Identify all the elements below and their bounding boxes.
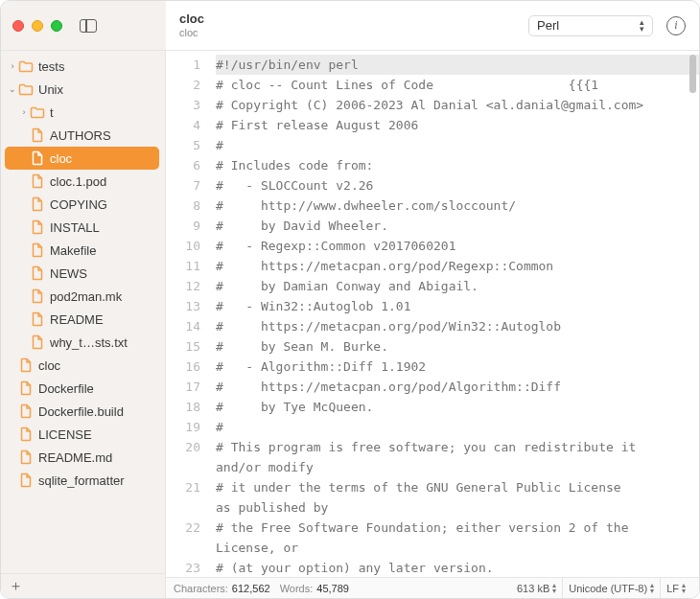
chevron-updown-icon: ▴▾ <box>650 583 654 594</box>
tree-file[interactable]: README.md <box>5 446 159 469</box>
tree-folder[interactable]: ›tests <box>5 55 159 78</box>
toggle-sidebar-icon[interactable] <box>80 19 97 33</box>
file-icon <box>18 403 34 419</box>
titlebar-left <box>1 1 166 50</box>
line-gutter: 1234567891011121314151617181920202121222… <box>166 51 210 577</box>
code-line: # - Win32::Autoglob 1.01 <box>216 296 699 316</box>
line-number: 4 <box>166 115 200 135</box>
tree-folder[interactable]: ⌄Unix <box>5 78 159 101</box>
line-number: 13 <box>166 296 200 316</box>
line-number: 10 <box>166 236 200 256</box>
line-number: 18 <box>166 397 200 417</box>
traffic-lights <box>12 20 62 32</box>
chevron-updown-icon: ▴▾ <box>682 583 686 594</box>
characters-value: 612,562 <box>232 583 270 594</box>
line-number: 2 <box>166 75 200 95</box>
expander-icon[interactable]: ⌄ <box>7 84 18 94</box>
line-number: 23 <box>166 558 200 577</box>
filesize-item[interactable]: 613 kB ▴▾ <box>511 578 562 598</box>
code-line: # by Tye McQueen. <box>216 397 699 417</box>
minimize-button[interactable] <box>32 20 43 32</box>
tree-item-label: cloc.1.pod <box>50 174 106 189</box>
close-button[interactable] <box>12 20 24 32</box>
line-number: 17 <box>166 377 200 397</box>
tree-item-label: Dockerfile.build <box>38 404 124 419</box>
file-icon <box>30 173 45 189</box>
tree-file[interactable]: Makefile <box>5 239 159 262</box>
filesize-value: 613 kB <box>517 583 549 594</box>
editor[interactable]: 1234567891011121314151617181920202121222… <box>166 51 699 577</box>
code-line: # by David Wheeler. <box>216 216 699 236</box>
tree-file[interactable]: pod2man.mk <box>5 285 159 308</box>
file-icon <box>30 242 45 258</box>
add-icon[interactable]: ＋ <box>9 577 23 595</box>
language-select[interactable]: Perl ▴▾ <box>528 15 653 36</box>
line-ending-item[interactable]: LF ▴▾ <box>660 578 691 598</box>
tree-file[interactable]: INSTALL <box>5 216 159 239</box>
code-line: # by Sean M. Burke. <box>216 336 699 357</box>
tree-item-label: t <box>50 105 54 120</box>
line-number: 3 <box>166 95 200 115</box>
tree-file[interactable]: COPYING <box>5 193 159 216</box>
tree-file[interactable]: NEWS <box>5 262 159 285</box>
tree-file[interactable]: AUTHORS <box>5 124 159 147</box>
code-line: # <box>216 135 699 155</box>
chevron-updown-icon: ▴▾ <box>640 19 644 33</box>
code-line: # <box>216 417 699 437</box>
file-icon <box>30 150 45 166</box>
tree-file[interactable]: cloc <box>5 147 159 170</box>
file-icon <box>18 357 34 373</box>
file-icon <box>18 472 34 488</box>
file-icon <box>18 380 34 396</box>
app-window: cloc cloc Perl ▴▾ i ›tests⌄Unix›tAUTHORS… <box>0 0 700 599</box>
code-line: # https://metacpan.org/pod/Regexp::Commo… <box>216 256 699 276</box>
code-line: # - Regexp::Common v2017060201 <box>216 236 699 256</box>
tree-item-label: why_t…sts.txt <box>50 335 128 350</box>
file-icon <box>30 288 45 304</box>
document-title: cloc <box>179 12 528 27</box>
titlebar: cloc cloc Perl ▴▾ i <box>1 1 699 51</box>
tree-item-label: README.md <box>38 450 112 465</box>
code-line: # by Damian Conway and Abigail. <box>216 276 699 296</box>
line-number: 11 <box>166 256 200 276</box>
tree-file[interactable]: cloc <box>5 354 159 377</box>
tree-file[interactable]: why_t…sts.txt <box>5 331 159 354</box>
tree-item-label: pod2man.mk <box>50 289 122 304</box>
code-line: # Includes code from: <box>216 155 699 175</box>
expander-icon[interactable]: › <box>7 61 18 71</box>
tree-item-label: Makefile <box>50 243 96 258</box>
line-number: 14 <box>166 316 200 336</box>
info-icon[interactable]: i <box>666 16 686 35</box>
folder-icon <box>18 81 34 97</box>
tree-folder[interactable]: ›t <box>5 101 159 124</box>
file-tree[interactable]: ›tests⌄Unix›tAUTHORScloccloc.1.podCOPYIN… <box>1 51 165 573</box>
encoding-item[interactable]: Unicode (UTF-8) ▴▾ <box>562 578 660 598</box>
file-icon <box>30 265 45 281</box>
editor-area: 1234567891011121314151617181920202121222… <box>166 51 699 598</box>
line-number: 6 <box>166 155 200 175</box>
file-icon <box>30 219 45 235</box>
code-line: # https://metacpan.org/pod/Win32::Autogl… <box>216 316 699 336</box>
vertical-scrollbar[interactable] <box>689 55 696 93</box>
line-number: 9 <box>166 216 200 236</box>
tree-file[interactable]: cloc.1.pod <box>5 170 159 193</box>
statusbar: Characters: 612,562 Words: 45,789 613 kB… <box>166 577 699 598</box>
tree-item-label: tests <box>38 59 64 74</box>
maximize-button[interactable] <box>51 20 62 32</box>
code-line: #!/usr/bin/env perl <box>216 55 699 75</box>
tree-file[interactable]: sqlite_formatter <box>5 469 159 492</box>
file-icon <box>18 449 34 465</box>
line-number: 21 <box>166 477 200 497</box>
tree-item-label: Dockerfile <box>38 381 94 396</box>
tree-item-label: NEWS <box>50 266 87 281</box>
tree-file[interactable]: README <box>5 308 159 331</box>
code-content[interactable]: #!/usr/bin/env perl# cloc -- Count Lines… <box>210 51 699 577</box>
tree-file[interactable]: Dockerfile <box>5 377 159 400</box>
tree-item-label: COPYING <box>50 197 107 212</box>
tree-item-label: README <box>50 312 104 327</box>
chevron-updown-icon: ▴▾ <box>552 583 556 594</box>
tree-file[interactable]: Dockerfile.build <box>5 400 159 423</box>
tree-file[interactable]: LICENSE <box>5 423 159 446</box>
body: ›tests⌄Unix›tAUTHORScloccloc.1.podCOPYIN… <box>1 51 699 598</box>
expander-icon[interactable]: › <box>18 107 30 117</box>
